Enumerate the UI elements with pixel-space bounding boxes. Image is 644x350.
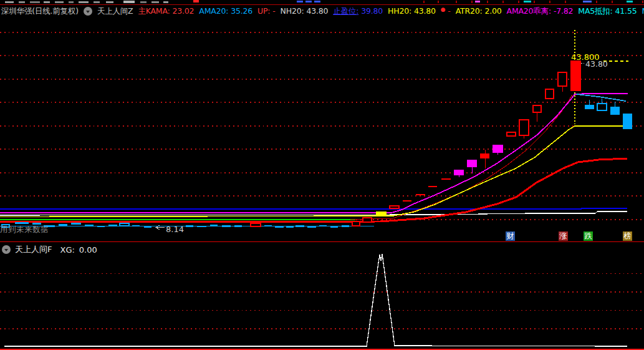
signal-label: XG:: [60, 245, 74, 255]
trading-app-window: { "header": { "stock_title": "深圳华强(日线.前复…: [0, 0, 644, 350]
candle: [519, 120, 529, 135]
future-data-note: 用到未来数据: [0, 225, 49, 235]
candle: [296, 225, 304, 227]
candle: [59, 224, 67, 226]
red-close-line: [350, 95, 572, 220]
candle: [623, 114, 632, 129]
sub-indicator-header: 天上人间F XG: 0.00: [2, 244, 97, 255]
candle: [533, 105, 541, 112]
candle: [330, 226, 338, 228]
signal-value: 0.00: [79, 245, 97, 255]
sub-indicator-name: 天上人间F: [15, 244, 52, 255]
candle: [597, 104, 607, 110]
candle: [610, 107, 620, 115]
candle: [108, 225, 117, 226]
candle: [585, 105, 594, 109]
candle: [507, 132, 516, 136]
signal-spike: [4, 254, 627, 346]
candle: [144, 226, 151, 228]
yellow-ma-line: [0, 126, 627, 217]
candle: [197, 226, 206, 227]
candle: [558, 72, 567, 86]
candle: [480, 153, 489, 158]
candle: [286, 226, 294, 228]
candle: [15, 222, 29, 224]
candle: [454, 170, 464, 175]
candle: [120, 223, 129, 226]
candle: [251, 223, 261, 226]
candle: [97, 226, 105, 227]
candle: [390, 206, 399, 208]
close-price-label: 43.80: [585, 59, 608, 69]
candle: [403, 200, 411, 202]
white-ma-line: [0, 211, 627, 215]
market-shortcut-榜[interactable]: 榜: [623, 231, 632, 241]
candle: [319, 225, 327, 226]
candle: [493, 145, 503, 153]
candle: [307, 226, 316, 228]
chart-canvas: [0, 0, 644, 350]
flat-price-label: 8.14: [166, 225, 184, 234]
candle: [428, 186, 437, 187]
candle: [186, 225, 193, 227]
candle: [210, 225, 218, 226]
candle: [545, 89, 554, 99]
candle: [416, 194, 425, 195]
candle: [352, 221, 360, 226]
candle: [132, 225, 140, 226]
market-shortcut-跌[interactable]: 跌: [584, 231, 593, 241]
candle: [234, 225, 242, 227]
candle: [222, 225, 231, 227]
market-shortcut-财[interactable]: 财: [506, 231, 515, 241]
candle: [441, 178, 451, 180]
market-shortcut-涨[interactable]: 涨: [559, 231, 568, 241]
candle: [85, 225, 94, 226]
collapse-chevron-icon[interactable]: [2, 245, 11, 254]
candle: [363, 218, 372, 222]
candle: [570, 61, 581, 91]
candle: [264, 225, 272, 226]
candle: [275, 226, 284, 228]
candle: [71, 223, 81, 225]
candle: [467, 160, 477, 167]
candle: [342, 225, 349, 227]
blue-flat-line: [0, 208, 627, 209]
candle: [376, 211, 387, 215]
